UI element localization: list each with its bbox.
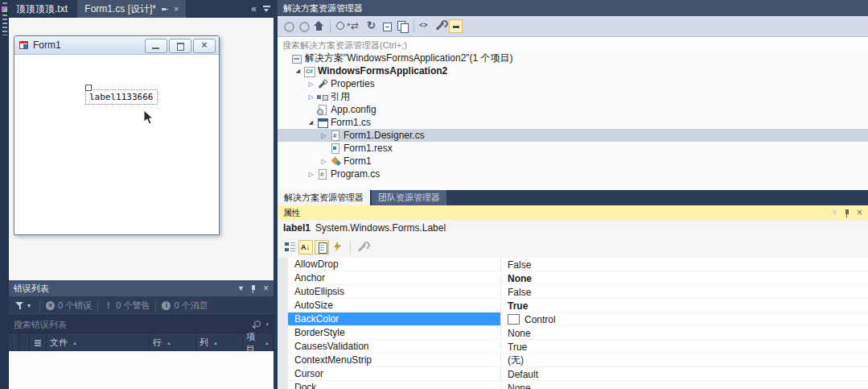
close-icon[interactable]: × bbox=[174, 5, 179, 14]
tree-item-form1-cs[interactable]: ◢Form1.cs bbox=[278, 116, 868, 129]
property-name[interactable]: Dock bbox=[288, 381, 500, 389]
close-button[interactable] bbox=[193, 39, 216, 53]
chevron-collapsed-icon[interactable]: ▷ bbox=[319, 158, 328, 165]
tab-form1-designer[interactable]: Form1.cs [设计]* × bbox=[77, 0, 186, 18]
property-value[interactable]: False bbox=[500, 258, 868, 271]
properties-titlebar[interactable]: 属性 ▼ × bbox=[278, 205, 868, 220]
close-icon[interactable]: × bbox=[263, 283, 269, 293]
properties-sheet-icon[interactable] bbox=[315, 240, 329, 255]
chevron-expanded-icon[interactable]: ◢ bbox=[306, 119, 315, 126]
property-value[interactable]: None bbox=[500, 381, 868, 389]
tree-item-properties[interactable]: ▷Properties bbox=[278, 77, 868, 90]
forms-designer-surface[interactable]: Form1 label1133666 bbox=[9, 18, 274, 280]
close-icon[interactable]: × bbox=[857, 208, 862, 217]
refresh-icon[interactable] bbox=[365, 19, 379, 33]
property-name[interactable]: CausesValidation bbox=[288, 340, 500, 353]
property-value[interactable]: Default bbox=[500, 367, 868, 380]
messages-count-button[interactable]: 0 个消息 bbox=[162, 300, 208, 312]
column-severity[interactable] bbox=[30, 333, 47, 352]
properties-object-selector[interactable]: label1 System.Windows.Forms.Label bbox=[278, 220, 868, 236]
property-row-contextmenustrip[interactable]: ContextMenuStrip(无) bbox=[288, 354, 868, 367]
property-pages-icon[interactable] bbox=[356, 240, 370, 255]
tab-team-explorer[interactable]: 团队资源管理器 bbox=[372, 190, 446, 205]
chevron-collapsed-icon[interactable]: ▷ bbox=[306, 93, 315, 101]
error-search-input[interactable] bbox=[9, 320, 253, 329]
wrench-icon[interactable] bbox=[434, 19, 447, 33]
chevron-collapsed-icon[interactable]: ▷ bbox=[319, 132, 328, 139]
error-list-titlebar[interactable]: 错误列表 ▼ × bbox=[9, 280, 274, 296]
property-name[interactable]: ContextMenuStrip bbox=[288, 354, 500, 366]
solution-explorer-titlebar[interactable]: 解决方案资源管理器 bbox=[278, 0, 868, 16]
maximize-button[interactable] bbox=[169, 39, 191, 53]
error-list-body[interactable] bbox=[9, 351, 274, 389]
collapse-all-icon[interactable] bbox=[381, 19, 394, 33]
column-header-2[interactable]: 行▲ bbox=[150, 333, 196, 352]
solution-search-input[interactable] bbox=[278, 40, 868, 50]
column-header-3[interactable]: 列▲ bbox=[196, 333, 243, 352]
property-value[interactable]: None bbox=[500, 326, 868, 339]
form-client-area[interactable]: label1133666 bbox=[14, 55, 219, 234]
property-value[interactable]: Control bbox=[500, 312, 868, 325]
alphabetical-icon[interactable] bbox=[298, 240, 313, 255]
errors-count-button[interactable]: 0 个错误 bbox=[46, 300, 92, 312]
column-header-1[interactable]: 文件▲ bbox=[47, 333, 150, 352]
categorized-icon[interactable] bbox=[282, 240, 297, 255]
tree-item-form1-class[interactable]: ▷Form1 bbox=[278, 155, 868, 168]
events-icon[interactable] bbox=[331, 240, 345, 255]
column-header-4[interactable]: 项目▲ bbox=[243, 333, 274, 352]
label-control[interactable]: label1133666 bbox=[85, 89, 158, 105]
window-menu-icon[interactable]: ▼ bbox=[831, 209, 838, 217]
side-vertical-tab-strip[interactable] bbox=[0, 0, 9, 389]
property-value[interactable]: False bbox=[500, 285, 868, 298]
minimize-button[interactable] bbox=[145, 39, 167, 53]
tab-solution-explorer[interactable]: 解决方案资源管理器 bbox=[278, 190, 370, 205]
tree-item-app-config[interactable]: App.config bbox=[278, 103, 868, 116]
back-icon[interactable] bbox=[282, 19, 295, 33]
pin-icon[interactable] bbox=[844, 209, 850, 217]
warnings-count-button[interactable]: 0 个警告 bbox=[104, 300, 150, 312]
search-dropdown-icon[interactable]: ▾ bbox=[265, 321, 269, 328]
window-menu-icon[interactable]: ▼ bbox=[237, 284, 245, 292]
show-all-files-icon[interactable] bbox=[396, 19, 409, 33]
property-name[interactable]: Anchor bbox=[288, 271, 500, 284]
pin-icon[interactable] bbox=[250, 284, 257, 293]
property-name[interactable]: BackColor bbox=[288, 312, 500, 325]
property-value[interactable]: True bbox=[500, 340, 868, 353]
property-row-borderstyle[interactable]: BorderStyleNone bbox=[288, 326, 868, 340]
tree-item-project[interactable]: ◢WindowsFormsApplication2 bbox=[278, 64, 868, 77]
sync-icon[interactable] bbox=[350, 19, 364, 33]
property-name[interactable]: BorderStyle bbox=[288, 326, 500, 339]
property-name[interactable]: AutoSize bbox=[288, 299, 500, 312]
property-row-allowdrop[interactable]: AllowDropFalse bbox=[288, 258, 868, 271]
pin-icon[interactable] bbox=[162, 6, 169, 13]
search-icon[interactable] bbox=[253, 320, 262, 329]
designed-form-window[interactable]: Form1 label1133666 bbox=[14, 35, 220, 235]
chevron-expanded-icon[interactable]: ◢ bbox=[294, 68, 302, 74]
tree-item-solution[interactable]: 解决方案"WindowsFormsApplication2"(1 个项目) bbox=[278, 52, 868, 64]
property-row-autoellipsis[interactable]: AutoEllipsisFalse bbox=[288, 285, 868, 299]
tab-txt-document[interactable]: 顶顶顶顶.txt bbox=[9, 0, 75, 18]
tree-item-program-cs[interactable]: ▷Program.cs bbox=[278, 168, 868, 180]
property-value[interactable]: True bbox=[500, 299, 868, 312]
preview-selected-icon[interactable] bbox=[449, 19, 463, 33]
home-icon[interactable] bbox=[312, 19, 326, 33]
property-value[interactable]: (无) bbox=[500, 354, 868, 366]
chevron-collapsed-icon[interactable]: ▷ bbox=[306, 81, 315, 88]
chevron-collapsed-icon[interactable]: ▷ bbox=[306, 171, 315, 178]
forward-icon[interactable] bbox=[297, 19, 311, 33]
property-row-autosize[interactable]: AutoSizeTrue bbox=[288, 299, 868, 312]
property-row-anchor[interactable]: AnchorNone bbox=[288, 271, 868, 285]
filter-icon[interactable] bbox=[15, 301, 24, 310]
property-name[interactable]: AutoEllipsis bbox=[288, 285, 500, 298]
drag-handle[interactable] bbox=[85, 85, 92, 91]
property-name[interactable]: AllowDrop bbox=[288, 258, 500, 271]
filter-dropdown-icon[interactable]: ▾ bbox=[27, 302, 31, 309]
property-row-dock[interactable]: DockNone bbox=[288, 381, 868, 389]
scope-icon[interactable] bbox=[335, 19, 348, 33]
tree-item-references[interactable]: ▷引用 bbox=[278, 90, 868, 103]
property-row-backcolor[interactable]: BackColorControl bbox=[288, 312, 868, 326]
view-code-icon[interactable] bbox=[418, 19, 432, 33]
property-row-causesvalidation[interactable]: CausesValidationTrue bbox=[288, 340, 868, 354]
document-list-icon[interactable] bbox=[263, 6, 270, 13]
collapse-chevron-icon[interactable]: « bbox=[251, 3, 257, 14]
